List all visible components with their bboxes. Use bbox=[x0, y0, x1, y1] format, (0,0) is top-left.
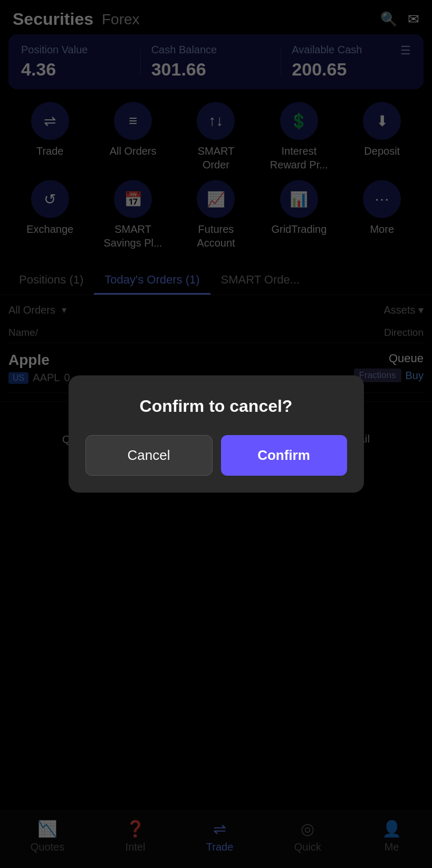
confirm-button[interactable]: Confirm bbox=[221, 435, 347, 476]
cancel-button[interactable]: Cancel bbox=[85, 435, 213, 476]
dialog-buttons: Cancel Confirm bbox=[85, 435, 347, 476]
dialog-title: Confirm to cancel? bbox=[85, 397, 347, 416]
confirm-dialog: Confirm to cancel? Cancel Confirm bbox=[69, 375, 364, 493]
